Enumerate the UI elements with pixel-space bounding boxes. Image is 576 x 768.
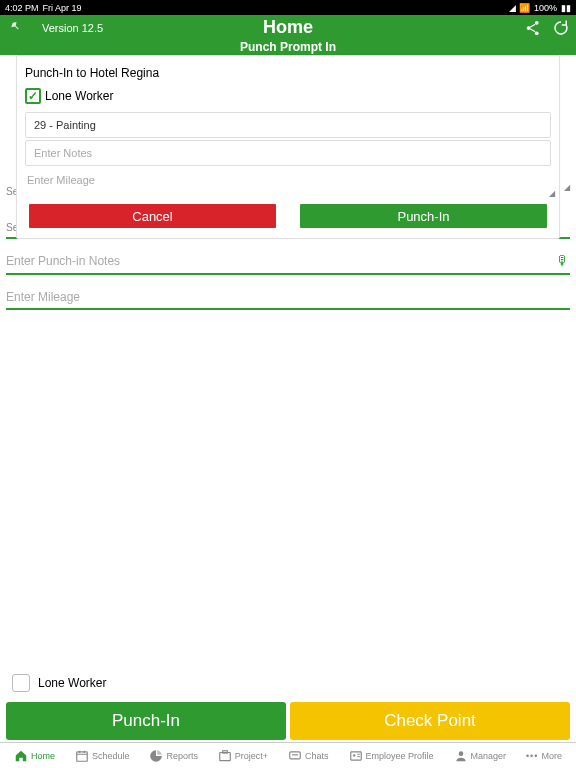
punch-prompt-modal: Punch-In to Hotel Regina ✓ Lone Worker 2…: [16, 55, 560, 239]
tab-profile-label: Employee Profile: [366, 751, 434, 761]
svg-point-9: [458, 751, 463, 756]
lone-worker-bottom-checkbox[interactable]: [12, 674, 30, 692]
bottom-action-area: Lone Worker Punch-In Check Point: [6, 674, 570, 740]
calendar-icon: [75, 749, 89, 763]
status-date: Fri Apr 19: [43, 3, 82, 13]
tab-manager[interactable]: Manager: [454, 749, 507, 763]
modal-title: Punch-In to Hotel Regina: [17, 64, 559, 86]
more-icon: •••: [526, 751, 538, 761]
tab-project-label: Project+: [235, 751, 268, 761]
svg-point-1: [535, 21, 539, 25]
dropdown-caret-icon: ◢: [549, 189, 555, 198]
tab-reports[interactable]: Reports: [149, 749, 198, 763]
bg-notes-field[interactable]: Enter Punch-in Notes 🎙: [6, 253, 570, 275]
battery-percent: 100%: [534, 3, 557, 13]
tab-schedule[interactable]: Schedule: [75, 749, 130, 763]
reports-icon: [149, 749, 163, 763]
app-header: Version 12.5 Home Punch Prompt In: [0, 15, 576, 55]
svg-rect-6: [290, 751, 301, 758]
home-icon: [14, 749, 28, 763]
tab-schedule-label: Schedule: [92, 751, 130, 761]
page-subtitle: Punch Prompt In: [0, 40, 576, 54]
svg-rect-4: [220, 752, 231, 760]
tab-profile[interactable]: Employee Profile: [349, 749, 434, 763]
notes-input[interactable]: Enter Notes: [25, 140, 551, 166]
lone-worker-checkbox[interactable]: ✓: [25, 88, 41, 104]
project-icon: [218, 749, 232, 763]
tab-reports-label: Reports: [166, 751, 198, 761]
svg-point-2: [535, 31, 539, 35]
chat-icon: [288, 749, 302, 763]
modal-punch-in-button[interactable]: Punch-In: [300, 204, 547, 228]
manager-icon: [454, 749, 468, 763]
pin-icon[interactable]: [6, 19, 24, 37]
tab-bar: Home Schedule Reports Project+ Chats Emp…: [0, 742, 576, 768]
svg-rect-5: [223, 750, 228, 752]
tab-project[interactable]: Project+: [218, 749, 268, 763]
task-select[interactable]: 29 - Painting: [25, 112, 551, 138]
lone-worker-bottom-row[interactable]: Lone Worker: [6, 674, 570, 692]
tab-home[interactable]: Home: [14, 749, 55, 763]
svg-point-8: [353, 754, 355, 756]
tab-chats[interactable]: Chats: [288, 749, 329, 763]
mileage-input[interactable]: Enter Mileage: [25, 168, 551, 192]
tab-chats-label: Chats: [305, 751, 329, 761]
lone-worker-checkbox-row[interactable]: ✓ Lone Worker: [17, 86, 559, 110]
svg-point-0: [527, 26, 531, 30]
battery-icon: ▮▮: [561, 3, 571, 13]
svg-rect-7: [350, 751, 361, 759]
bg-mileage-field[interactable]: Enter Mileage: [6, 290, 570, 310]
tab-manager-label: Manager: [471, 751, 507, 761]
tab-more-label: More: [541, 751, 562, 761]
cancel-button[interactable]: Cancel: [29, 204, 276, 228]
lone-worker-label: Lone Worker: [45, 89, 113, 103]
svg-rect-3: [77, 751, 88, 760]
status-bar: 4:02 PM Fri Apr 19 ◢ 📶 100% ▮▮: [0, 0, 576, 15]
refresh-icon[interactable]: [552, 19, 570, 41]
wifi-icon: ◢ 📶: [509, 3, 530, 13]
lone-worker-bottom-label: Lone Worker: [38, 676, 106, 690]
status-time: 4:02 PM: [5, 3, 39, 13]
check-point-button[interactable]: Check Point: [290, 702, 570, 740]
mic-icon[interactable]: 🎙: [556, 253, 570, 269]
punch-in-button[interactable]: Punch-In: [6, 702, 286, 740]
share-icon[interactable]: [524, 19, 542, 41]
bg-notes-placeholder: Enter Punch-in Notes: [6, 254, 556, 268]
dropdown-caret-icon: ◢: [564, 183, 570, 192]
version-label: Version 12.5: [42, 22, 103, 34]
profile-icon: [349, 749, 363, 763]
tab-home-label: Home: [31, 751, 55, 761]
tab-more[interactable]: ••• More: [526, 751, 562, 761]
